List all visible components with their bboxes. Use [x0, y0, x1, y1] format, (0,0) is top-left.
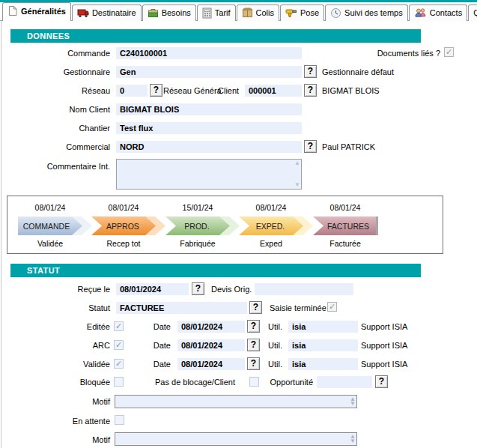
commande-field[interactable]: C240100001	[116, 47, 302, 59]
toolbox-icon	[148, 7, 159, 18]
chantier-field[interactable]: Test flux	[116, 122, 302, 134]
arc-util-label: Util.	[262, 341, 282, 350]
opportunite-label: Opportunité	[264, 378, 313, 387]
pas-blocage-checkbox[interactable]	[249, 377, 259, 387]
tab-label: Besoins	[162, 8, 191, 17]
clock-icon	[330, 7, 341, 19]
statut-section-header: STATUT	[10, 264, 421, 277]
workflow-step-date: 08/01/24	[91, 203, 156, 212]
arc-util-field[interactable]: isia	[288, 339, 358, 351]
opportunite-field[interactable]	[317, 376, 372, 388]
workflow-step-status: Validée	[18, 239, 82, 248]
tab-label: Suivi des temps	[344, 8, 403, 17]
statut-help-button[interactable]: ?	[249, 301, 262, 314]
tabbar: Généralités Destinataire Besoins Tarif C…	[2, 2, 477, 21]
arc-checkbox[interactable]: ✓	[114, 340, 124, 350]
tab-label: Qui, quand ?	[473, 8, 477, 17]
tab-pose[interactable]: Pose	[280, 4, 324, 21]
validee-util-label: Util.	[262, 360, 282, 369]
documents-lies-checkbox[interactable]: ✓	[444, 47, 454, 57]
validee-util-field[interactable]: isia	[288, 358, 358, 370]
en-attente-label: En attente	[10, 417, 110, 426]
gestionnaire-help-button[interactable]: ?	[304, 65, 317, 78]
commercial-field[interactable]: NORD	[116, 141, 302, 153]
tab-generalites[interactable]: Généralités	[2, 2, 71, 21]
documents-lies-label: Documents liés ?	[341, 49, 440, 58]
saisie-terminee-label: Saisie terminée	[270, 303, 324, 312]
client-note: BIGMAT BLOIS	[322, 86, 380, 95]
gestionnaire-label: Gestionnaire	[10, 67, 110, 76]
editee-date-field[interactable]: 08/01/2024	[177, 321, 245, 333]
statut-field[interactable]: FACTUREE	[116, 302, 247, 314]
editee-util-note: Support ISIA	[361, 322, 407, 331]
workflow-endcap	[376, 217, 378, 235]
tab-besoins[interactable]: Besoins	[142, 4, 196, 21]
recue-le-help-button[interactable]: ?	[192, 282, 204, 295]
validee-date-label: Date	[135, 360, 171, 369]
donnees-section-header: DONNEES	[10, 29, 421, 43]
reseau-help-button[interactable]: ?	[150, 84, 162, 97]
tab-label: Contacts	[430, 8, 462, 17]
tab-destinataire[interactable]: Destinataire	[72, 4, 142, 21]
page-icon	[7, 5, 18, 16]
validee-date-field[interactable]: 08/01/2024	[177, 358, 245, 370]
bloquee-checkbox[interactable]	[114, 377, 124, 387]
client-field[interactable]: 000001	[245, 85, 302, 97]
arc-label: ARC	[10, 341, 110, 350]
commercial-note: Paul PATRICK	[322, 142, 375, 151]
client-help-button[interactable]: ?	[304, 84, 317, 97]
devis-orig-label: Devis Orig.	[211, 285, 252, 294]
editee-checkbox[interactable]: ✓	[114, 321, 124, 331]
nom-client-label: Nom Client	[10, 105, 110, 114]
editee-util-field[interactable]: isia	[288, 321, 358, 333]
tab-suivi-des-temps[interactable]: Suivi des temps	[325, 4, 408, 21]
reseau-generale-label: Réseau Généra	[163, 86, 222, 95]
editee-date-help-button[interactable]: ?	[247, 320, 260, 333]
bloquee-label: Bloquée	[10, 378, 110, 387]
truck-icon	[77, 7, 89, 18]
validee-checkbox[interactable]: ✓	[114, 359, 124, 369]
nom-client-field[interactable]: BIGMAT BLOIS	[116, 103, 302, 115]
workflow-step-date: 08/01/24	[239, 203, 303, 212]
workflow-step-arrow-exped: EXPED.	[239, 217, 303, 235]
reseau-field[interactable]: 0	[116, 85, 148, 97]
recue-le-field[interactable]: 08/01/2024	[116, 283, 189, 295]
commercial-help-button[interactable]: ?	[304, 140, 317, 153]
en-attente-checkbox[interactable]	[115, 415, 124, 425]
scroll-down-icon[interactable]: ▼	[350, 438, 356, 445]
opportunite-help-button[interactable]: ?	[375, 375, 388, 388]
tab-tarif[interactable]: Tarif	[197, 4, 236, 21]
workflow-step-date: 08/01/24	[313, 203, 377, 212]
saisie-terminee-checkbox[interactable]: ✓	[327, 302, 337, 312]
scroll-up-icon[interactable]: ▲	[294, 160, 300, 167]
tab-contacts[interactable]: Contacts	[409, 4, 467, 21]
arc-date-field[interactable]: 08/01/2024	[177, 339, 245, 351]
tab-qui-quand[interactable]: Qui, quand ?	[468, 4, 477, 21]
commentaire-textarea[interactable]: ▲ ▼	[116, 159, 302, 190]
editee-date-label: Date	[135, 322, 171, 331]
workflow-step-status: Fabriquée	[165, 239, 230, 248]
gestionnaire-field[interactable]: Gen	[116, 66, 302, 78]
window-left-border	[1, 21, 1, 448]
commercial-label: Commercial	[10, 142, 110, 151]
validee-label: Validée	[10, 360, 110, 369]
workflow-step-date: 08/01/24	[18, 203, 82, 212]
tab-label: Tarif	[215, 8, 231, 17]
motif2-field[interactable]: ▲ ▼	[115, 432, 357, 446]
pas-blocage-label: Pas de blocage/Client	[155, 378, 235, 387]
chantier-label: Chantier	[10, 124, 110, 133]
editee-util-label: Util.	[262, 322, 282, 331]
scroll-down-icon[interactable]: ▼	[350, 400, 356, 408]
validee-date-help-button[interactable]: ?	[247, 357, 260, 370]
arc-date-help-button[interactable]: ?	[247, 339, 260, 351]
tab-colis[interactable]: Colis	[237, 4, 279, 21]
workflow-step-status: Facturée	[313, 239, 377, 248]
workflow-step-arrow-commande: COMMANDE	[18, 217, 82, 235]
workflow-step-date: 15/01/24	[165, 203, 230, 212]
motif-field[interactable]: ▲ ▼	[115, 395, 357, 408]
devis-orig-field[interactable]	[255, 283, 353, 295]
validee-util-note: Support ISIA	[361, 360, 407, 369]
contacts-icon	[414, 7, 427, 18]
workflow-step-arrow-appros: APPROS	[91, 217, 156, 235]
scroll-down-icon[interactable]: ▼	[294, 181, 300, 189]
